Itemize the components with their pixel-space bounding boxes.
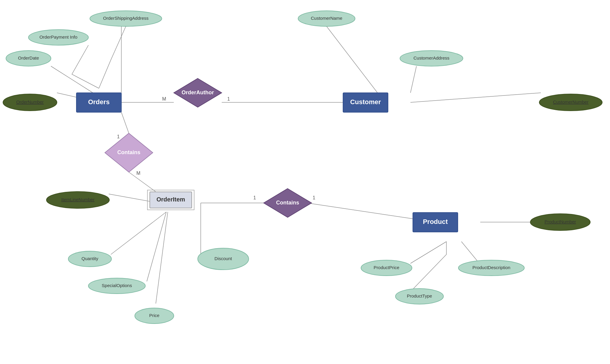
ordershipping-label: OrderShippingAddress xyxy=(103,16,149,21)
specialoptions-label: SpecialOptions xyxy=(102,283,132,288)
orderitem-label: OrderItem xyxy=(156,196,185,203)
discount-label: Discount xyxy=(215,256,232,261)
product-label: Product xyxy=(423,218,448,225)
card-m-orderauthor-orders: M xyxy=(162,96,166,101)
price-label: Price xyxy=(149,313,159,318)
itemlinenumber-label: ItemLineNumber xyxy=(61,197,95,202)
customername-label: CustomerName xyxy=(311,16,342,21)
svg-line-1 xyxy=(51,66,93,93)
card-1-contains1-orders: 1 xyxy=(117,134,120,139)
orderauthor-label: OrderAuthor xyxy=(182,90,214,95)
contains2-label: Contains xyxy=(276,200,299,206)
svg-line-10 xyxy=(111,212,166,254)
svg-line-8 xyxy=(129,172,159,194)
er-diagram: Orders Customer Product OrderItem OrderA… xyxy=(0,0,610,364)
ordernumber-label: OrderNumber xyxy=(16,99,44,104)
svg-line-2 xyxy=(327,26,378,93)
orders-label: Orders xyxy=(88,98,110,106)
svg-line-3 xyxy=(410,66,416,93)
card-1-contains2-product: 1 xyxy=(313,195,315,200)
productprice-label: ProductPrice xyxy=(374,265,399,270)
card-1-orderauthor-customer: 1 xyxy=(227,96,230,101)
card-1-contains2-orderitem: 1 xyxy=(253,195,256,200)
svg-line-4 xyxy=(410,93,541,102)
productnumber-label: ProductNumber xyxy=(544,219,576,224)
productdesc-label: ProductDescription xyxy=(472,265,511,270)
customernumber-label: CustomerNumber xyxy=(553,99,588,104)
svg-line-7 xyxy=(121,112,129,133)
quantity-label: Quantity xyxy=(81,256,98,261)
customer-label: Customer xyxy=(350,98,381,106)
contains1-label: Contains xyxy=(117,149,140,155)
customeraddress-label: CustomerAddress xyxy=(413,55,449,60)
svg-line-12 xyxy=(156,212,168,304)
orderpayment-label: OrderPayment Info xyxy=(40,34,78,40)
orderdate-label: OrderDate xyxy=(18,55,39,60)
producttype-label: ProductType xyxy=(407,293,432,298)
card-m-contains1-orderitem: M xyxy=(136,171,140,176)
